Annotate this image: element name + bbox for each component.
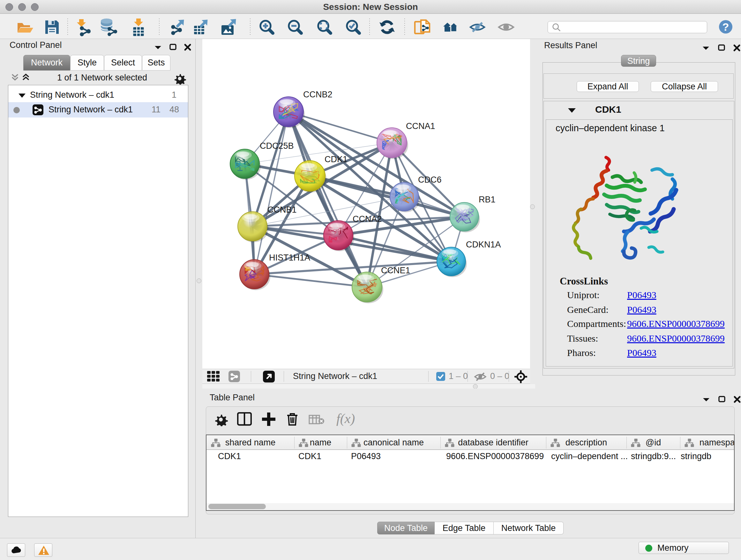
svg-text:CCNA2: CCNA2 — [353, 214, 382, 224]
svg-text:?: ? — [723, 21, 729, 33]
svg-text:HIST1H1A: HIST1H1A — [269, 253, 310, 262]
svg-text:CDC25B: CDC25B — [260, 141, 294, 151]
svg-text:RB1: RB1 — [479, 195, 495, 204]
svg-text:CCNB2: CCNB2 — [303, 90, 333, 99]
svg-text:CDKN1A: CDKN1A — [466, 240, 501, 249]
svg-text:CDK1: CDK1 — [325, 154, 347, 164]
svg-text:CDC6: CDC6 — [418, 175, 442, 185]
svg-text:CCNE1: CCNE1 — [381, 266, 410, 275]
svg-text:CCNB1: CCNB1 — [267, 205, 297, 214]
svg-text:CCNA1: CCNA1 — [406, 121, 435, 131]
